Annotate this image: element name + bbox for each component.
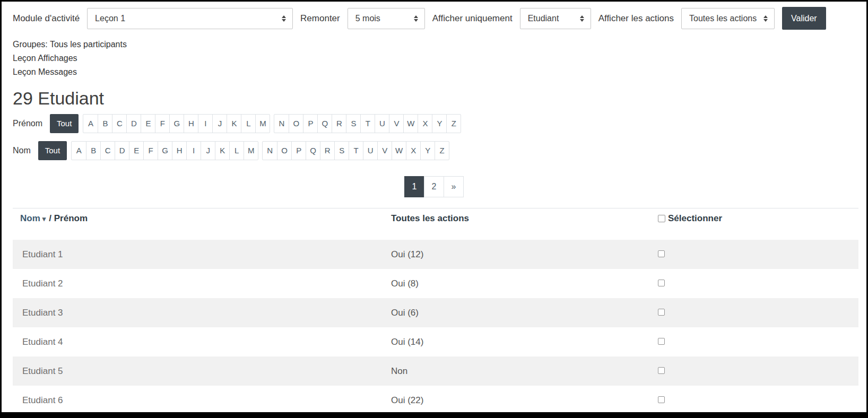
firstname-letter-s[interactable]: S (346, 115, 360, 133)
firstname-letter-c[interactable]: C (112, 115, 126, 133)
select-all-checkbox[interactable] (658, 215, 665, 222)
firstname-letter-y[interactable]: Y (432, 115, 446, 133)
report-page: Module d'activité Leçon 1 Remonter 5 moi… (2, 2, 866, 412)
lastname-letter-u[interactable]: U (363, 142, 377, 160)
firstname-letter-u[interactable]: U (375, 115, 389, 133)
firstname-letter-f[interactable]: F (155, 115, 169, 133)
lastname-letter-j[interactable]: J (201, 142, 215, 160)
table-row: Etudiant 6 Oui (22) (13, 386, 858, 412)
lastname-letter-i[interactable]: I (186, 142, 201, 160)
firstname-letter-g[interactable]: G (169, 115, 184, 133)
row-checkbox[interactable] (658, 280, 665, 286)
lastname-letter-d[interactable]: D (115, 142, 129, 160)
firstname-letter-t[interactable]: T (360, 115, 375, 133)
firstname-letter-v[interactable]: V (389, 115, 403, 133)
show-only-label: Afficher uniquement (432, 13, 513, 24)
firstname-letter-j[interactable]: J (212, 115, 227, 133)
lastname-letter-o[interactable]: O (277, 142, 291, 160)
student-name-link[interactable]: Etudiant 3 (13, 308, 391, 318)
firstname-letter-h[interactable]: H (184, 115, 198, 133)
page-1-button[interactable]: 1 (404, 176, 424, 197)
pagination-wrap: 1 2 » (13, 176, 855, 197)
student-name-link[interactable]: Etudiant 1 (13, 249, 391, 260)
firstname-letters-group-1: ABCDEFGHIJKLM (83, 114, 270, 133)
page-next-button[interactable]: » (444, 176, 464, 197)
firstname-all-button[interactable]: Tout (50, 114, 79, 133)
firstname-letter-r[interactable]: R (332, 115, 346, 133)
actions-count: Non (391, 366, 658, 377)
firstname-letter-q[interactable]: Q (317, 115, 332, 133)
lastname-letter-b[interactable]: B (86, 142, 100, 160)
lastname-letter-z[interactable]: Z (435, 142, 449, 160)
lastname-letter-w[interactable]: W (392, 142, 406, 160)
submit-button[interactable]: Valider (782, 7, 826, 30)
page-2-button[interactable]: 2 (424, 176, 444, 197)
lastname-letter-c[interactable]: C (100, 142, 115, 160)
actions-count: Oui (22) (391, 395, 658, 406)
firstname-letter-w[interactable]: W (403, 115, 418, 133)
since-select[interactable]: 5 mois (348, 8, 425, 29)
firstname-letter-o[interactable]: O (289, 115, 303, 133)
firstname-letter-k[interactable]: K (227, 115, 241, 133)
sort-desc-caret-icon: ▾ (42, 215, 46, 223)
lastname-initials-bar: Nom Tout ABCDEFGHIJKLM NOPQRSTUVWXYZ (13, 141, 855, 160)
lastname-letter-q[interactable]: Q (306, 142, 320, 160)
firstname-letter-d[interactable]: D (126, 115, 141, 133)
firstname-letter-x[interactable]: X (418, 115, 432, 133)
select-column-header: Sélectionner (658, 213, 858, 224)
activity-module-select[interactable]: Leçon 1 (87, 8, 293, 29)
lastname-letter-p[interactable]: P (291, 142, 306, 160)
lastname-letter-m[interactable]: M (244, 142, 258, 160)
firstname-header-suffix: / Prénom (49, 213, 88, 223)
lastname-letter-k[interactable]: K (215, 142, 229, 160)
firstname-letter-l[interactable]: L (241, 115, 255, 133)
firstname-letter-e[interactable]: E (141, 115, 155, 133)
table-header-row: Nom▾/ Prénom Toutes les actions Sélectio… (13, 208, 858, 240)
lastname-letter-v[interactable]: V (377, 142, 392, 160)
select-arrows-icon (282, 15, 286, 22)
firstname-letter-n[interactable]: N (274, 115, 289, 133)
show-only-select[interactable]: Etudiant (520, 8, 591, 29)
lastname-letter-l[interactable]: L (229, 142, 244, 160)
activity-module-label: Module d'activité (13, 13, 80, 24)
lastname-all-button[interactable]: Tout (38, 141, 67, 160)
student-name-link[interactable]: Etudiant 5 (13, 366, 391, 377)
lastname-letter-y[interactable]: Y (420, 142, 435, 160)
row-checkbox[interactable] (658, 309, 665, 316)
actions-column-header: Toutes les actions (391, 213, 658, 224)
name-column-header: Nom▾/ Prénom (13, 213, 391, 224)
since-label: Remonter (300, 13, 340, 24)
lastname-letter-h[interactable]: H (172, 142, 186, 160)
actions-select[interactable]: Toutes les actions (681, 8, 775, 29)
row-checkbox[interactable] (658, 338, 665, 345)
firstname-letter-p[interactable]: P (303, 115, 317, 133)
row-checkbox[interactable] (658, 250, 665, 257)
lastname-letter-r[interactable]: R (320, 142, 334, 160)
posts-line: Leçon Messages (13, 65, 855, 79)
lastname-letter-x[interactable]: X (406, 142, 420, 160)
row-checkbox[interactable] (658, 367, 665, 374)
actions-count: Oui (8) (391, 278, 658, 289)
firstname-letter-m[interactable]: M (255, 115, 270, 133)
lastname-letter-n[interactable]: N (263, 142, 277, 160)
student-name-link[interactable]: Etudiant 2 (13, 278, 391, 289)
firstname-letter-z[interactable]: Z (446, 115, 461, 133)
firstname-letter-i[interactable]: I (198, 115, 212, 133)
pagination: 1 2 » (404, 176, 464, 197)
lastname-letter-g[interactable]: G (158, 142, 172, 160)
row-checkbox[interactable] (658, 396, 665, 403)
lastname-letter-t[interactable]: T (349, 142, 363, 160)
firstname-letter-a[interactable]: A (83, 115, 98, 133)
lastname-letters-group-1: ABCDEFGHIJKLM (71, 141, 258, 160)
sort-by-name-link[interactable]: Nom (20, 213, 40, 223)
actions-value: Toutes les actions (689, 14, 757, 23)
lastname-letter-a[interactable]: A (72, 142, 86, 160)
student-name-link[interactable]: Etudiant 6 (13, 395, 391, 406)
lastname-letter-e[interactable]: E (129, 142, 143, 160)
firstname-letter-b[interactable]: B (98, 115, 112, 133)
lastname-letter-f[interactable]: F (143, 142, 158, 160)
since-value: 5 mois (355, 14, 380, 23)
report-table: Nom▾/ Prénom Toutes les actions Sélectio… (13, 208, 858, 412)
lastname-letter-s[interactable]: S (334, 142, 349, 160)
student-name-link[interactable]: Etudiant 4 (13, 337, 391, 347)
